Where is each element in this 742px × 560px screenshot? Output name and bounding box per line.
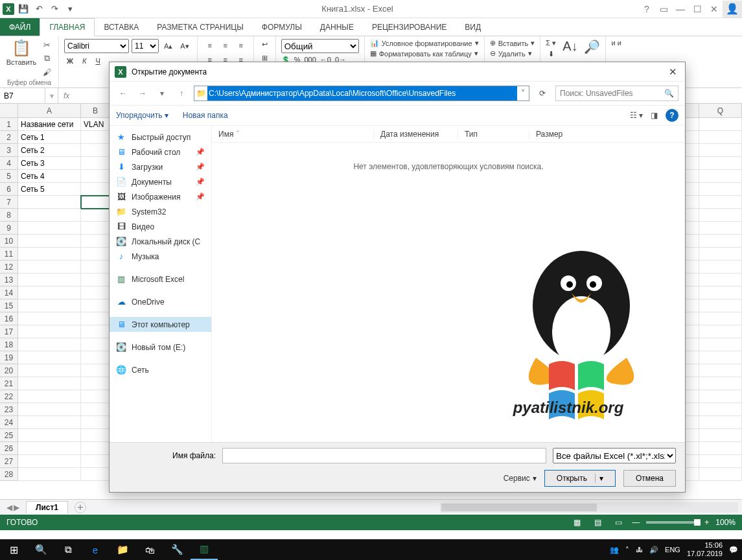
service-button[interactable]: Сервис ▾ [504,474,537,483]
nav-video[interactable]: 🎞Видео [110,219,211,234]
cell[interactable] [699,144,742,157]
nav-system32[interactable]: 📁System32 [110,204,211,219]
cell[interactable] [81,274,110,286]
cell[interactable] [81,222,110,235]
nav-documents[interactable]: 📄Документы📌 [110,174,211,189]
open-button[interactable]: Открыть▾ [544,470,616,487]
cell[interactable] [18,286,81,299]
font-name-select[interactable]: Calibri [64,39,129,53]
row-header[interactable]: 17 [0,325,18,338]
row-header[interactable]: 21 [0,377,18,390]
nav-newvol[interactable]: 💽Новый том (E:) [110,340,211,355]
col-name[interactable]: Имя ˄ [212,130,374,139]
cell[interactable]: Название сети [18,118,81,131]
sheet-nav-prev-icon[interactable]: ◀ [6,503,12,512]
cell[interactable] [699,235,742,248]
cell[interactable] [18,261,81,274]
task-view-icon[interactable]: ⧉ [54,539,82,560]
zoom-level[interactable]: 100% [715,518,736,527]
qat-save[interactable]: 💾 [17,3,30,16]
row-header[interactable]: 26 [0,442,18,455]
col-header-q[interactable]: Q [699,104,742,118]
cell[interactable]: Сеть 4 [18,170,81,183]
cell[interactable] [81,209,110,222]
nav-back-icon[interactable]: ← [116,86,130,100]
cell[interactable] [699,183,742,196]
cell[interactable] [699,312,742,325]
row-header[interactable]: 14 [0,286,18,299]
cell[interactable] [81,235,110,248]
row-header[interactable]: 11 [0,248,18,261]
tray-sound-icon[interactable]: 🔊 [649,546,658,554]
name-box[interactable]: B7 [0,88,45,103]
taskbar-store-icon[interactable]: 🛍 [136,539,163,560]
tab-file[interactable]: ФАЙЛ [0,18,40,36]
cell[interactable] [18,325,81,338]
cell[interactable] [699,442,742,455]
nav-music[interactable]: ♪Музыка [110,249,211,264]
tray-clock[interactable]: 15:06 17.07.2019 [687,541,723,558]
new-folder-button[interactable]: Новая папка [183,111,228,120]
cancel-button[interactable]: Отмена [623,470,676,487]
row-header[interactable]: 13 [0,274,18,286]
cell[interactable] [699,286,742,299]
nav-this-pc[interactable]: 🖥Этот компьютер [110,317,211,332]
fx-icon[interactable]: fx [64,91,69,100]
cell[interactable] [81,364,110,377]
cell[interactable] [699,377,742,390]
cell[interactable] [81,416,110,429]
nav-forward-icon[interactable]: → [135,86,150,100]
cell[interactable] [81,403,110,416]
view-page-break-icon[interactable]: ▭ [611,517,625,528]
cell[interactable] [18,390,81,403]
tab-view[interactable]: ВИД [456,18,490,36]
number-format-select[interactable]: Общий [281,39,359,53]
row-header[interactable]: 16 [0,312,18,325]
cell[interactable] [18,429,81,442]
taskbar-explorer-icon[interactable]: 📁 [109,539,136,560]
fill-icon[interactable]: ⬇ [548,50,554,58]
cell[interactable]: Сеть 1 [18,131,81,144]
autosum-icon[interactable]: Σ ▾ [546,39,556,47]
col-size[interactable]: Размер [529,130,685,139]
tab-formulas[interactable]: ФОРМУЛЫ [253,18,311,36]
row-header[interactable]: 8 [0,209,18,222]
taskbar-edge-icon[interactable]: e [82,539,109,560]
copy-icon[interactable]: ⧉ [40,52,53,64]
format-as-table-button[interactable]: ▦ Форматировать как таблицу ▾ [370,49,479,58]
cell[interactable] [699,429,742,442]
cell[interactable] [81,325,110,338]
cell[interactable] [699,351,742,364]
cell[interactable]: Сеть 5 [18,183,81,196]
refresh-icon[interactable]: ⟳ [535,89,550,98]
address-bar[interactable]: 📁 C:\Users\Администратор\AppData\Local\M… [194,86,529,101]
search-icon[interactable]: 🔍 [27,539,54,560]
select-all-corner[interactable] [0,104,18,118]
close-window-icon[interactable]: ✕ [706,1,723,18]
row-header[interactable]: 20 [0,364,18,377]
cell[interactable] [81,183,110,196]
cell[interactable] [81,157,110,170]
cell[interactable] [699,274,742,286]
cell[interactable] [18,468,81,481]
cell[interactable] [18,196,81,209]
row-header[interactable]: 22 [0,390,18,403]
qat-undo[interactable]: ↶ [32,3,45,16]
align-bottom-icon[interactable]: ≡ [234,39,248,52]
nav-excel[interactable]: ▥Microsoft Excel [110,272,211,286]
cell[interactable] [81,196,110,209]
col-header-b[interactable]: B [81,104,110,118]
view-page-layout-icon[interactable]: ▤ [590,517,605,528]
qat-redo[interactable]: ↷ [48,3,61,16]
cell[interactable] [81,170,110,183]
cell[interactable] [699,390,742,403]
cell[interactable] [699,196,742,209]
cell[interactable] [18,299,81,312]
cell[interactable] [699,416,742,429]
taskbar-app-icon[interactable]: 🔧 [163,539,191,560]
cell[interactable] [699,325,742,338]
tab-home[interactable]: ГЛАВНАЯ [40,18,95,36]
row-header[interactable]: 28 [0,468,18,481]
cell[interactable] [18,377,81,390]
open-dropdown-icon[interactable]: ▾ [595,474,603,483]
